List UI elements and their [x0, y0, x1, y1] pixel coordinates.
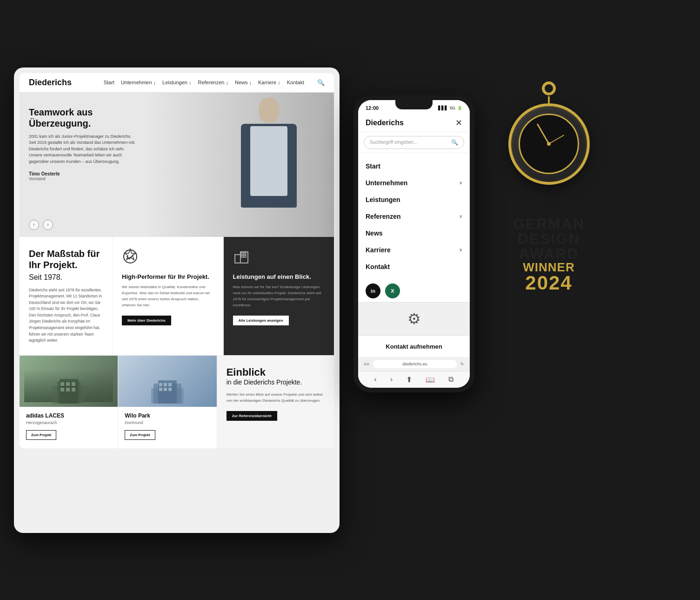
medal-clock — [519, 114, 579, 174]
nav-news[interactable]: News ↓ — [235, 80, 252, 85]
hero-arrows: ‹ › — [29, 220, 53, 230]
medal-circle — [508, 103, 590, 185]
ref2-title: Wilo Park — [125, 412, 210, 419]
nav-search-icon[interactable]: 🔍 — [317, 79, 325, 86]
nav-karriere[interactable]: Karriere ↓ — [258, 80, 280, 85]
phone-menu-referenzen[interactable]: Referenzen ∨ — [358, 208, 470, 225]
phone-menu-news[interactable]: News — [358, 225, 470, 242]
phone-search-input[interactable]: Suchbegriff eingeben... — [370, 140, 447, 145]
phone-social-links: in X — [358, 280, 470, 302]
nav-kontakt[interactable]: Kontakt — [287, 80, 304, 85]
card1-title: High-Performer für Ihr Projekt. — [122, 273, 214, 281]
masstab-middle: High-Performer für Ihr Projekt. Wir setz… — [113, 237, 224, 355]
phone-device: 12:00 ▋▋▋ 5G 🔋 Diederichs ✕ Suchbegriff … — [353, 95, 484, 392]
ref-card-2: Wilo Park Dortmund Zum Projekt — [118, 356, 217, 448]
medal-connector — [548, 96, 550, 103]
nav-unternehmen[interactable]: Unternehmen ↓ — [121, 80, 156, 85]
svg-rect-12 — [60, 382, 64, 386]
ref-dark-title: Einblick — [227, 367, 325, 378]
hero-next-button[interactable]: › — [43, 220, 53, 230]
masstab-right: Leistungen auf einen Blick. Was können w… — [224, 237, 334, 355]
svg-rect-13 — [66, 382, 70, 386]
ref-card-dark: Einblick in die Diederichs Projekte. Wer… — [217, 356, 334, 448]
menu-news-label: News — [366, 229, 383, 237]
phone-menu-kontakt[interactable]: Kontakt — [358, 258, 470, 275]
phone-menu-start[interactable]: Start — [358, 158, 470, 175]
phone-signal: ▋▋▋ 5G 🔋 — [438, 106, 462, 110]
nav-start[interactable]: Start — [104, 80, 114, 85]
clock-hand-minute — [549, 135, 565, 144]
ref1-button[interactable]: Zum Projekt — [26, 430, 56, 440]
svg-rect-5 — [241, 253, 243, 255]
svg-rect-7 — [241, 256, 243, 257]
tabs-icon[interactable]: ⧉ — [448, 375, 453, 384]
phone-menu-karriere[interactable]: Karriere ∨ — [358, 242, 470, 258]
refresh-icon[interactable]: ↻ — [460, 362, 464, 366]
svg-point-0 — [124, 250, 137, 263]
phone-menu-leistungen[interactable]: Leistungen — [358, 191, 470, 208]
tablet-nav: Diederichs Start Unternehmen ↓ Leistunge… — [20, 73, 334, 93]
phone-browser-bar: AA diederichs.eu ↻ — [358, 357, 470, 371]
linkedin-button[interactable]: in — [366, 283, 380, 298]
masstab-subtitle: Seit 1978. — [29, 273, 103, 282]
hero-content: Teamwork aus Überzeugung. 2001 kam ich a… — [29, 107, 136, 182]
hero-author-role: Vorstand — [29, 176, 136, 181]
person-head — [259, 97, 280, 123]
phone-url[interactable]: diederichs.eu — [373, 360, 457, 368]
svg-rect-6 — [244, 253, 246, 255]
svg-rect-16 — [66, 388, 70, 391]
menu-start-label: Start — [366, 162, 380, 170]
svg-rect-14 — [72, 382, 75, 386]
phone-url-text: diederichs.eu — [402, 362, 427, 366]
xing-button[interactable]: X — [385, 283, 400, 298]
ref-image-adidas — [20, 356, 118, 407]
svg-rect-2 — [235, 255, 240, 263]
browser-aa[interactable]: AA — [364, 362, 369, 366]
phone-search-icon: 🔍 — [451, 139, 458, 146]
svg-rect-25 — [164, 388, 167, 391]
gear-icon: ⚙ — [407, 310, 421, 328]
hero-text: 2001 kam ich als Junior-Projektmanager z… — [29, 134, 136, 165]
phone-logo: Diederichs — [366, 119, 404, 127]
phone-search-box[interactable]: Suchbegriff eingeben... 🔍 — [364, 136, 464, 149]
masstab-text: Diederichs steht seit 1978 für exzellent… — [29, 287, 103, 344]
back-icon[interactable]: ‹ — [374, 375, 377, 384]
person-shirt — [250, 126, 287, 196]
svg-rect-24 — [159, 388, 162, 391]
tablet-device: Diederichs Start Unternehmen ↓ Leistunge… — [14, 67, 340, 533]
tablet-logo: Diederichs — [29, 78, 72, 88]
menu-kontakt-label: Kontakt — [366, 263, 390, 270]
award-line-year: 2024 — [513, 273, 585, 293]
forward-icon[interactable]: › — [390, 375, 393, 384]
menu-karriere-arrow-icon: ∨ — [459, 247, 462, 252]
phone-close-button[interactable]: ✕ — [455, 118, 462, 128]
award-line-design: DESIGN — [513, 231, 585, 246]
award-line-german: GERMAN — [513, 216, 585, 231]
hero-person-image — [232, 97, 306, 232]
section-refs: adidas LACES Herzogenaurach Zum Projekt — [20, 355, 334, 448]
ref2-button[interactable]: Zum Projekt — [125, 430, 155, 440]
svg-rect-15 — [60, 388, 64, 391]
nav-leistungen[interactable]: Leistungen ↓ — [162, 80, 191, 85]
card2-button[interactable]: Alle Leistungen anzeigen — [233, 316, 289, 325]
hero-background — [130, 93, 334, 237]
bookmarks-icon[interactable]: 📖 — [426, 375, 435, 384]
share-icon[interactable]: ⬆ — [406, 375, 412, 384]
masstab-left: Der Maßstab für Ihr Projekt. Seit 1978. … — [20, 237, 113, 355]
hero-prev-button[interactable]: ‹ — [29, 220, 39, 230]
card1-button[interactable]: Mehr über Diederichs — [122, 316, 171, 325]
svg-rect-23 — [168, 383, 172, 386]
ref-image-wilo — [118, 356, 216, 407]
phone-menu-unternehmen[interactable]: Unternehmen ∨ — [358, 175, 470, 191]
ref-dark-button[interactable]: Zur Referenzübersicht — [227, 411, 277, 421]
ref-dark-subtitle: in die Diederichs Projekte. — [227, 378, 325, 386]
phone-nav-header: Diederichs ✕ — [358, 114, 470, 132]
award-section: GERMAN DESIGN AWARD WINNER 2024 — [498, 67, 600, 293]
phone-bottom-bar: ‹ › ⬆ 📖 ⧉ — [358, 371, 470, 388]
nav-referenzen[interactable]: Referenzen ↓ — [198, 80, 228, 85]
ref-content-1: adidas LACES Herzogenaurach Zum Projekt — [20, 407, 118, 445]
menu-referenzen-arrow-icon: ∨ — [459, 214, 462, 219]
award-medal — [498, 81, 600, 212]
phone: 12:00 ▋▋▋ 5G 🔋 Diederichs ✕ Suchbegriff … — [353, 95, 474, 392]
phone-contact-section[interactable]: Kontakt aufnehmen — [358, 335, 470, 357]
